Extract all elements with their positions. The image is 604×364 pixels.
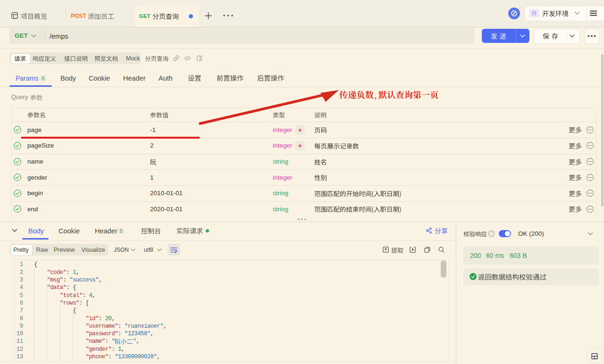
svg-text:?: ? — [490, 232, 493, 236]
